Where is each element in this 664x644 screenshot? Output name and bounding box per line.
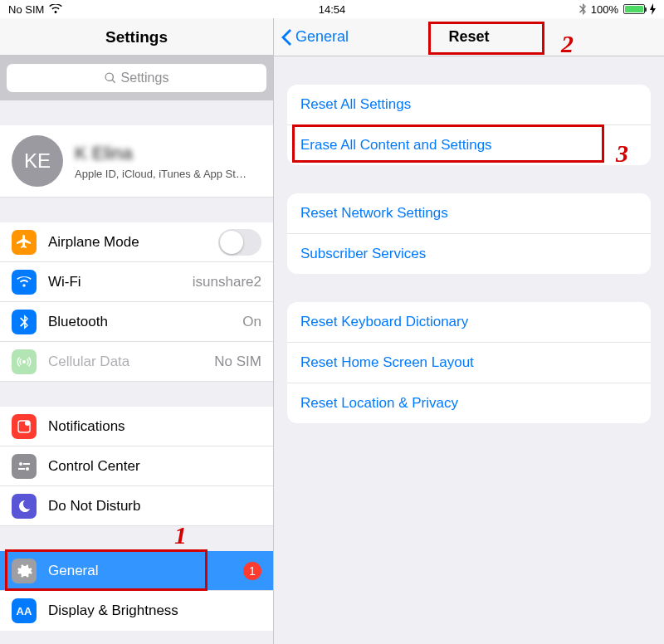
label: Cellular Data [48, 354, 214, 370]
svg-point-5 [26, 467, 29, 471]
reset-keyboard[interactable]: Reset Keyboard Dictionary [287, 302, 651, 343]
detail-pane: General Reset Reset All Settings Erase A… [274, 18, 664, 644]
row-notifications[interactable]: Notifications [0, 407, 273, 446]
row-display[interactable]: AA Display & Brightness [0, 591, 273, 631]
label: Wi-Fi [48, 274, 193, 290]
bt-detail: On [242, 314, 261, 330]
chevron-left-icon [281, 29, 292, 46]
account-name: K Elina [75, 143, 247, 164]
page-title: Reset [448, 28, 489, 46]
wifi-detail: isunshare2 [193, 274, 261, 290]
svg-rect-6 [18, 468, 25, 470]
airplane-icon [12, 230, 37, 255]
bluetooth-icon [12, 310, 37, 334]
battery-icon [623, 4, 645, 14]
reset-section-3: Reset Keyboard Dictionary Reset Home Scr… [287, 302, 651, 423]
reset-section-2: Reset Network Settings Subscriber Servic… [287, 193, 651, 274]
label: Do Not Disturb [48, 498, 261, 515]
cellular-icon [12, 349, 37, 374]
control-center-icon [12, 454, 37, 479]
settings-sidebar: Settings Settings KE K Elina Apple ID, i… [0, 18, 274, 644]
label: Bluetooth [48, 314, 242, 330]
subscriber-services[interactable]: Subscriber Services [287, 234, 651, 274]
clock: 14:54 [319, 3, 346, 16]
back-button[interactable]: General [274, 28, 349, 46]
label: Display & Brightness [48, 603, 261, 619]
row-dnd[interactable]: Do Not Disturb [0, 486, 273, 526]
reset-home-screen[interactable]: Reset Home Screen Layout [287, 343, 651, 383]
search-placeholder: Settings [121, 71, 169, 85]
battery-pct: 100% [591, 3, 618, 16]
search-icon [105, 72, 116, 84]
erase-all-content[interactable]: Erase All Content and Settings [287, 125, 651, 165]
carrier-text: No SIM [8, 3, 44, 16]
badge-count: 1 [243, 562, 261, 580]
label: Control Center [48, 458, 261, 475]
account-sub: Apple ID, iCloud, iTunes & App St… [75, 168, 247, 180]
svg-point-0 [22, 360, 26, 363]
cell-detail: No SIM [214, 354, 261, 370]
row-bluetooth[interactable]: Bluetooth On [0, 302, 273, 342]
wifi-icon [49, 4, 62, 14]
reset-network[interactable]: Reset Network Settings [287, 193, 651, 234]
airplane-toggle[interactable] [218, 229, 261, 256]
search-input[interactable]: Settings [7, 64, 266, 92]
svg-point-3 [19, 462, 22, 466]
svg-point-2 [25, 421, 30, 426]
label: Notifications [48, 418, 261, 435]
row-general[interactable]: General 1 [0, 551, 273, 591]
label: Airplane Mode [48, 234, 218, 251]
notifications-icon [12, 414, 37, 439]
reset-location-privacy[interactable]: Reset Location & Privacy [287, 383, 651, 423]
row-wifi[interactable]: Wi-Fi isunshare2 [0, 262, 273, 302]
sidebar-title: Settings [0, 18, 273, 56]
svg-rect-4 [23, 463, 30, 465]
dnd-icon [12, 494, 37, 519]
avatar: KE [12, 135, 63, 187]
gear-icon [12, 559, 37, 583]
reset-all-settings[interactable]: Reset All Settings [287, 85, 651, 125]
back-label: General [295, 28, 349, 46]
apple-id-row[interactable]: KE K Elina Apple ID, iCloud, iTunes & Ap… [0, 125, 273, 198]
row-control-center[interactable]: Control Center [0, 446, 273, 486]
display-icon: AA [12, 598, 37, 623]
row-airplane-mode[interactable]: Airplane Mode [0, 222, 273, 262]
status-bar: No SIM 14:54 100% [0, 0, 664, 18]
bluetooth-icon [579, 3, 586, 15]
nav-bar: General Reset [274, 18, 664, 56]
row-cellular: Cellular Data No SIM [0, 342, 273, 382]
reset-section-1: Reset All Settings Erase All Content and… [287, 85, 651, 165]
wifi-icon [12, 270, 37, 295]
charging-icon [650, 3, 656, 15]
label: General [48, 563, 243, 579]
